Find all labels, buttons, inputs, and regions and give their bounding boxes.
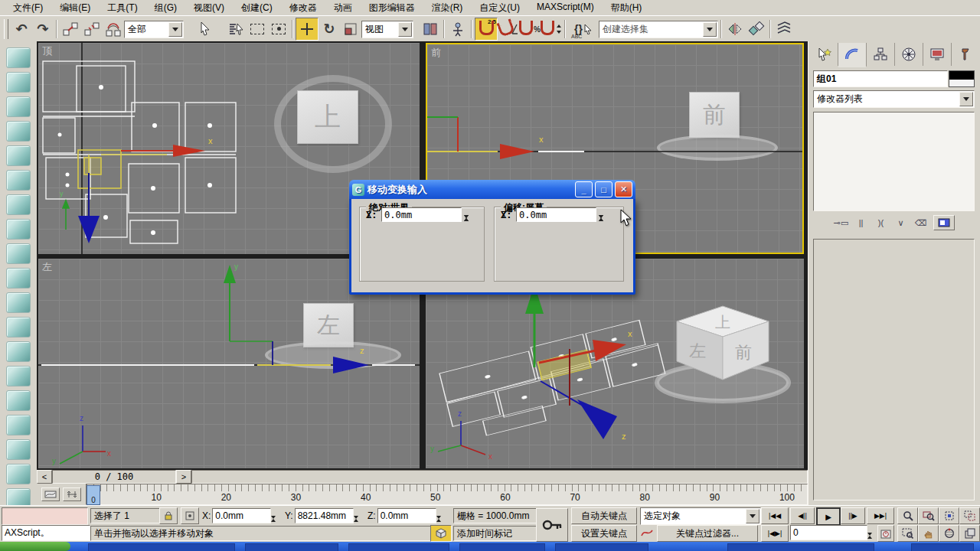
spinner-snap-icon[interactable] bbox=[541, 18, 562, 40]
snap-toggle-icon[interactable]: 2.5 bbox=[475, 18, 498, 41]
spinner[interactable] bbox=[464, 207, 475, 222]
tab-motion[interactable] bbox=[895, 43, 923, 66]
y-coordinate-field[interactable]: 8821.48mm bbox=[295, 508, 354, 523]
z-coordinate-field[interactable]: 0.0mm bbox=[377, 508, 436, 523]
key-filter-scope-dropdown[interactable]: 选定对象 bbox=[640, 507, 761, 525]
dialog-title-bar[interactable]: G 移动变换输入 _ □ ✕ bbox=[349, 180, 635, 199]
compounds-icon[interactable] bbox=[6, 96, 31, 117]
select-and-manipulate-icon[interactable] bbox=[447, 18, 469, 40]
minimize-button[interactable]: _ bbox=[575, 181, 593, 197]
play-animation-icon[interactable]: ▶ bbox=[816, 507, 841, 526]
modeling-icon[interactable] bbox=[6, 243, 31, 264]
radiosity-icon[interactable] bbox=[6, 292, 31, 313]
selection-lock-icon[interactable] bbox=[159, 507, 178, 524]
spinner[interactable] bbox=[271, 508, 282, 523]
dropdown-arrow-icon[interactable] bbox=[746, 509, 760, 523]
rendering-icon[interactable] bbox=[6, 268, 31, 289]
helpers-icon[interactable] bbox=[6, 170, 31, 191]
select-and-rotate-icon[interactable]: ↻ bbox=[318, 18, 340, 40]
taskbar-item[interactable] bbox=[88, 543, 235, 551]
spinner[interactable] bbox=[436, 508, 447, 523]
ik-icon[interactable] bbox=[6, 415, 31, 435]
tab-display[interactable] bbox=[923, 43, 952, 66]
spacewarps-icon[interactable] bbox=[6, 194, 31, 215]
remove-modifier-icon[interactable]: ∨ bbox=[893, 216, 909, 230]
maximize-viewport-toggle-icon[interactable] bbox=[959, 525, 980, 542]
taskbar-item[interactable] bbox=[245, 543, 338, 551]
windows-taskbar[interactable] bbox=[0, 542, 980, 551]
previous-frame-icon[interactable]: ◀|| bbox=[790, 507, 815, 524]
maxscript-mini-listener-top[interactable] bbox=[2, 507, 88, 525]
taskbar-item[interactable] bbox=[727, 543, 874, 551]
taskbar-item[interactable] bbox=[555, 543, 648, 551]
object-name-field[interactable]: 组01 bbox=[813, 70, 948, 87]
move-transform-typein-dialog[interactable]: G 移动变换输入 _ □ ✕ 绝对:世界 X: 0.0mm Y: 0 Z: 0.… bbox=[349, 199, 635, 295]
object-color-swatch[interactable] bbox=[949, 70, 975, 87]
constraints-icon[interactable] bbox=[6, 464, 31, 484]
menu-item[interactable]: 修改器 bbox=[281, 0, 325, 16]
undo-icon[interactable]: ↶ bbox=[11, 18, 32, 40]
absolute-offset-mode-icon[interactable] bbox=[181, 507, 199, 524]
lights-icon[interactable] bbox=[6, 121, 31, 142]
modifier-stack[interactable] bbox=[813, 112, 975, 211]
tab-utilities[interactable] bbox=[952, 43, 979, 66]
select-object-icon[interactable] bbox=[194, 18, 216, 40]
tab-modify[interactable] bbox=[838, 43, 867, 67]
tab-hierarchy[interactable] bbox=[867, 43, 895, 66]
go-to-start-icon[interactable]: |◀◀ bbox=[761, 507, 789, 524]
menu-item[interactable]: 创建(C) bbox=[233, 0, 281, 16]
menu-item[interactable]: 编辑(E) bbox=[51, 0, 99, 16]
spinner[interactable] bbox=[354, 508, 364, 523]
set-key-big-icon[interactable] bbox=[536, 508, 568, 542]
menu-item[interactable]: 文件(F) bbox=[5, 0, 51, 16]
menu-item[interactable]: 组(G) bbox=[146, 0, 185, 16]
pan-hand-icon[interactable] bbox=[918, 525, 939, 542]
objects-icon[interactable] bbox=[6, 47, 31, 68]
key-mode-toggle-icon[interactable]: |◀▶| bbox=[761, 525, 789, 542]
viewport-left-label[interactable]: 左 bbox=[42, 260, 52, 274]
cameras-icon[interactable] bbox=[6, 145, 31, 166]
next-frame-icon[interactable]: ||▶ bbox=[841, 507, 865, 524]
previous-frame-button[interactable]: < bbox=[37, 470, 52, 484]
configure-modifier-sets-icon[interactable] bbox=[933, 215, 955, 230]
window-crossing-icon[interactable] bbox=[268, 18, 289, 40]
taskbar-item[interactable] bbox=[911, 543, 974, 551]
select-and-scale-icon[interactable] bbox=[340, 18, 361, 40]
unlink-icon[interactable] bbox=[81, 18, 103, 40]
utilities-icon[interactable] bbox=[6, 439, 31, 460]
zoom-region-icon[interactable] bbox=[897, 525, 918, 542]
key-filters-button[interactable]: 关键点过滤器... bbox=[657, 525, 758, 542]
dropdown-arrow-icon[interactable] bbox=[398, 22, 412, 37]
percent-snap-icon[interactable]: % bbox=[519, 18, 541, 40]
dropdown-arrow-icon[interactable] bbox=[168, 22, 182, 37]
named-selection-sets-icon[interactable]: {} ABC bbox=[568, 18, 599, 40]
dynamics-icon[interactable] bbox=[6, 366, 31, 386]
current-frame-field[interactable]: 0 bbox=[790, 525, 867, 540]
align-icon[interactable] bbox=[746, 18, 767, 40]
zoom-all-icon[interactable] bbox=[918, 507, 939, 524]
zoom-icon[interactable] bbox=[897, 507, 918, 524]
named-selection-set-dropdown[interactable]: 创建选择集 bbox=[599, 21, 718, 38]
zoom-extents-icon[interactable] bbox=[939, 507, 959, 524]
time-slider-handle[interactable]: 0 bbox=[87, 485, 100, 505]
auto-key-button[interactable]: 自动关键点 bbox=[571, 507, 637, 524]
curve-editor-icon[interactable] bbox=[773, 18, 795, 40]
use-pivot-point-icon[interactable] bbox=[420, 18, 441, 40]
mapping-icon[interactable] bbox=[6, 317, 31, 337]
angle-snap-icon[interactable] bbox=[498, 18, 519, 40]
taskbar-item[interactable] bbox=[348, 543, 449, 551]
selection-filter-dropdown[interactable]: 全部 bbox=[124, 21, 184, 38]
open-mini-curve-editor-icon[interactable] bbox=[41, 487, 60, 501]
make-unique-icon[interactable]: )( bbox=[874, 216, 889, 230]
set-key-button[interactable]: 设置关键点 bbox=[571, 525, 637, 542]
menu-item[interactable]: 工具(T) bbox=[99, 0, 145, 16]
modifiers-icon[interactable] bbox=[6, 219, 31, 240]
mirror-icon[interactable] bbox=[724, 18, 746, 40]
zoom-extents-all-icon[interactable] bbox=[959, 507, 980, 524]
menu-item[interactable]: 图形编辑器 bbox=[361, 0, 423, 16]
taskbar-item[interactable] bbox=[459, 543, 545, 551]
viewport-top-label[interactable]: 顶 bbox=[42, 44, 52, 58]
trash-icon[interactable]: ⌫ bbox=[913, 216, 929, 230]
menu-item[interactable]: 动画 bbox=[325, 0, 361, 16]
time-configuration-icon[interactable] bbox=[877, 525, 894, 542]
